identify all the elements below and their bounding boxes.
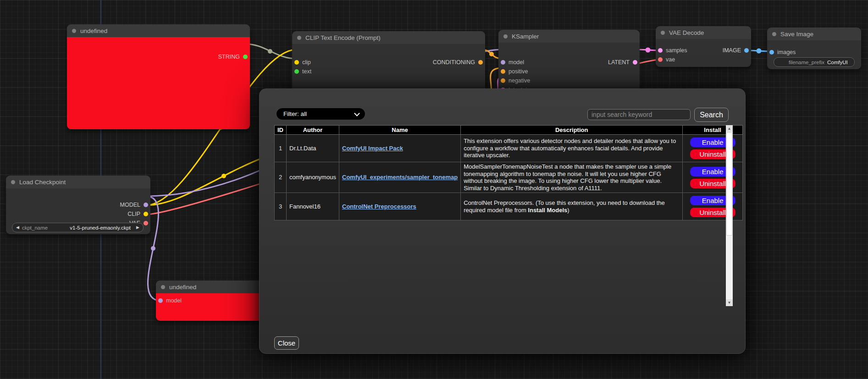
- clip-port-icon[interactable]: [144, 212, 148, 216]
- input-text[interactable]: text: [294, 67, 311, 76]
- node-vae-decode[interactable]: VAE Decode samples vae IMAGE: [656, 26, 751, 67]
- extension-link[interactable]: ComfyUI_experiments/sampler_tonemap: [342, 174, 458, 181]
- table-scrollbar[interactable]: ▲ ▼: [726, 125, 733, 306]
- next-arrow-icon[interactable]: ▶: [136, 225, 139, 230]
- scrollbar-thumb[interactable]: [726, 132, 732, 236]
- filter-select-wrap: Filter: all: [276, 108, 365, 120]
- node-body[interactable]: clip text CONDITIONING: [292, 44, 485, 92]
- cell-id: 2: [275, 162, 287, 193]
- header-name: Name: [339, 126, 461, 135]
- table-row: 2 comfyanonymous ComfyUI_experiments/sam…: [275, 162, 743, 193]
- node-title-bar[interactable]: CLIP Text Encode (Prompt): [292, 31, 485, 44]
- cell-author: Fannovel16: [287, 193, 339, 220]
- extension-table: ID Author Name Description Install 1 Dr.…: [274, 125, 743, 220]
- header-install: Install: [683, 126, 743, 135]
- string-port-icon[interactable]: [294, 69, 299, 74]
- cell-author: Dr.Lt.Data: [287, 135, 339, 162]
- node-title: Save Image: [780, 31, 813, 38]
- collapse-dot-icon[interactable]: [503, 34, 508, 38]
- string-port-icon[interactable]: [243, 55, 248, 59]
- output-string[interactable]: STRING: [218, 53, 248, 61]
- model-port-icon[interactable]: [144, 203, 148, 207]
- conditioning-port-icon[interactable]: [501, 69, 505, 74]
- node-title: KSampler: [512, 33, 539, 40]
- input-clip[interactable]: clip: [294, 58, 311, 66]
- node-title: Load Checkpoint: [19, 179, 66, 186]
- node-undefined-top[interactable]: undefined STRING: [67, 24, 250, 129]
- node-title-bar[interactable]: Load Checkpoint: [6, 176, 150, 188]
- model-port-icon[interactable]: [158, 298, 163, 303]
- cell-description: ControlNet Preprocessors. (To use this e…: [461, 193, 683, 220]
- collapse-dot-icon[interactable]: [772, 32, 776, 36]
- vae-port-icon[interactable]: [658, 57, 663, 62]
- cell-id: 1: [275, 135, 287, 162]
- collapse-dot-icon[interactable]: [11, 180, 15, 184]
- cell-description: This extension offers various detector n…: [461, 135, 683, 162]
- collapse-dot-icon[interactable]: [661, 31, 665, 35]
- output-image[interactable]: IMAGE: [723, 46, 749, 55]
- image-port-icon[interactable]: [744, 48, 749, 53]
- scroll-up-icon[interactable]: ▲: [726, 125, 733, 132]
- node-title-bar[interactable]: KSampler: [498, 30, 640, 43]
- input-model[interactable]: model: [501, 58, 524, 66]
- output-conditioning[interactable]: CONDITIONING: [433, 58, 483, 66]
- table-row: 3 Fannovel16 ControlNet Preprocessors Co…: [275, 193, 743, 220]
- model-port-icon[interactable]: [501, 60, 505, 65]
- search-input[interactable]: [587, 109, 691, 120]
- ckpt-name-widget[interactable]: ◀ ckpt_name v1-5-pruned-emaonly.ckpt ▶: [12, 223, 144, 232]
- filename-prefix-value: ComfyUI: [827, 60, 848, 65]
- search-button[interactable]: Search: [694, 108, 729, 122]
- conditioning-port-icon[interactable]: [501, 78, 505, 83]
- node-title: CLIP Text Encode (Prompt): [305, 34, 381, 41]
- node-body[interactable]: MODEL CLIP VAE ◀ ckpt_name v1-5-pruned-e…: [6, 188, 150, 234]
- header-author: Author: [287, 126, 339, 135]
- input-vae[interactable]: vae: [658, 55, 675, 64]
- latent-port-icon[interactable]: [658, 48, 663, 53]
- close-button[interactable]: Close: [274, 336, 299, 350]
- input-images[interactable]: images: [769, 48, 796, 56]
- cell-id: 3: [275, 193, 287, 220]
- output-model[interactable]: MODEL: [120, 201, 148, 209]
- filter-select[interactable]: Filter: all: [276, 108, 365, 120]
- node-clip-text-encode[interactable]: CLIP Text Encode (Prompt) clip text COND…: [292, 31, 485, 92]
- input-negative[interactable]: negative: [501, 77, 530, 85]
- collapse-dot-icon[interactable]: [72, 29, 76, 33]
- image-port-icon[interactable]: [769, 50, 774, 55]
- input-samples[interactable]: samples: [658, 46, 687, 55]
- node-title: VAE Decode: [669, 29, 704, 36]
- clip-port-icon[interactable]: [294, 60, 299, 65]
- node-title-bar[interactable]: Save Image: [767, 27, 861, 40]
- previous-arrow-icon[interactable]: ◀: [16, 225, 19, 230]
- extension-manager-dialog: Filter: all Search ID Author Name Descri…: [259, 88, 746, 354]
- latent-port-icon[interactable]: [633, 60, 637, 65]
- extension-link[interactable]: ComfyUI Impact Pack: [342, 145, 403, 152]
- collapse-dot-icon[interactable]: [297, 36, 301, 40]
- node-body[interactable]: STRING: [67, 37, 250, 129]
- node-save-image[interactable]: Save Image images filename_prefix ComfyU…: [767, 27, 861, 69]
- collapse-dot-icon[interactable]: [161, 285, 165, 289]
- node-title: undefined: [80, 27, 107, 34]
- node-body[interactable]: images filename_prefix ComfyUI: [767, 40, 861, 69]
- header-description: Description: [461, 126, 683, 135]
- scroll-down-icon[interactable]: ▼: [726, 299, 733, 306]
- output-latent[interactable]: LATENT: [608, 58, 637, 66]
- node-body[interactable]: samples vae IMAGE: [656, 39, 751, 67]
- header-id: ID: [275, 126, 287, 135]
- table-row: 1 Dr.Lt.Data ComfyUI Impact Pack This ex…: [275, 135, 743, 162]
- conditioning-port-icon[interactable]: [478, 60, 483, 65]
- ckpt-name-value: v1-5-pruned-emaonly.ckpt: [70, 225, 131, 231]
- node-title: undefined: [169, 284, 196, 291]
- input-positive[interactable]: positive: [501, 67, 528, 76]
- input-model[interactable]: model: [158, 297, 182, 305]
- node-load-checkpoint[interactable]: Load Checkpoint MODEL CLIP VAE ◀ ckpt_na…: [6, 176, 150, 234]
- extension-link[interactable]: ControlNet Preprocessors: [342, 203, 416, 210]
- cell-description: ModelSamplerTonemapNoiseTest a node that…: [461, 162, 683, 193]
- node-title-bar[interactable]: undefined: [67, 24, 250, 37]
- filename-prefix-widget[interactable]: filename_prefix ComfyUI: [774, 57, 855, 67]
- node-title-bar[interactable]: VAE Decode: [656, 26, 751, 39]
- cell-author: comfyanonymous: [287, 162, 339, 193]
- output-clip[interactable]: CLIP: [127, 210, 148, 218]
- table-header-row: ID Author Name Description Install: [275, 126, 743, 135]
- vae-port-icon[interactable]: [144, 221, 148, 225]
- comfyui-app: { "palette": { "model": "#b39ddb", "clip…: [0, 0, 868, 379]
